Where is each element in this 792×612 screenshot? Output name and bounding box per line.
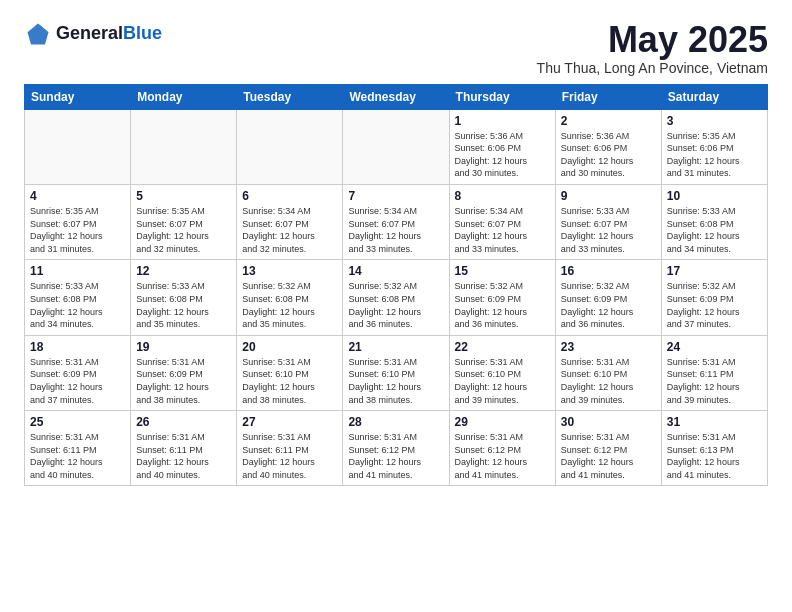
day-info: Sunrise: 5:33 AM Sunset: 6:08 PM Dayligh… [667,205,762,255]
day-info: Sunrise: 5:31 AM Sunset: 6:11 PM Dayligh… [30,431,125,481]
calendar-table: Sunday Monday Tuesday Wednesday Thursday… [24,84,768,487]
table-row: 31Sunrise: 5:31 AM Sunset: 6:13 PM Dayli… [661,411,767,486]
table-row: 28Sunrise: 5:31 AM Sunset: 6:12 PM Dayli… [343,411,449,486]
table-row: 20Sunrise: 5:31 AM Sunset: 6:10 PM Dayli… [237,335,343,410]
day-info: Sunrise: 5:31 AM Sunset: 6:12 PM Dayligh… [348,431,443,481]
day-info: Sunrise: 5:35 AM Sunset: 6:06 PM Dayligh… [667,130,762,180]
day-info: Sunrise: 5:36 AM Sunset: 6:06 PM Dayligh… [561,130,656,180]
table-row: 10Sunrise: 5:33 AM Sunset: 6:08 PM Dayli… [661,184,767,259]
day-info: Sunrise: 5:31 AM Sunset: 6:10 PM Dayligh… [348,356,443,406]
col-sunday: Sunday [25,84,131,109]
calendar-header-row: Sunday Monday Tuesday Wednesday Thursday… [25,84,768,109]
table-row: 23Sunrise: 5:31 AM Sunset: 6:10 PM Dayli… [555,335,661,410]
table-row: 19Sunrise: 5:31 AM Sunset: 6:09 PM Dayli… [131,335,237,410]
day-info: Sunrise: 5:32 AM Sunset: 6:08 PM Dayligh… [242,280,337,330]
logo: General Blue [24,20,162,48]
day-info: Sunrise: 5:33 AM Sunset: 6:08 PM Dayligh… [136,280,231,330]
day-number: 25 [30,415,125,429]
day-info: Sunrise: 5:31 AM Sunset: 6:13 PM Dayligh… [667,431,762,481]
calendar-week-row: 11Sunrise: 5:33 AM Sunset: 6:08 PM Dayli… [25,260,768,335]
day-number: 4 [30,189,125,203]
calendar-week-row: 18Sunrise: 5:31 AM Sunset: 6:09 PM Dayli… [25,335,768,410]
day-info: Sunrise: 5:33 AM Sunset: 6:08 PM Dayligh… [30,280,125,330]
table-row: 16Sunrise: 5:32 AM Sunset: 6:09 PM Dayli… [555,260,661,335]
day-info: Sunrise: 5:34 AM Sunset: 6:07 PM Dayligh… [455,205,550,255]
day-info: Sunrise: 5:31 AM Sunset: 6:10 PM Dayligh… [561,356,656,406]
day-number: 13 [242,264,337,278]
table-row [25,109,131,184]
day-number: 28 [348,415,443,429]
day-number: 1 [455,114,550,128]
table-row [343,109,449,184]
table-row: 26Sunrise: 5:31 AM Sunset: 6:11 PM Dayli… [131,411,237,486]
calendar-week-row: 1Sunrise: 5:36 AM Sunset: 6:06 PM Daylig… [25,109,768,184]
logo-text: General Blue [56,24,162,44]
day-info: Sunrise: 5:35 AM Sunset: 6:07 PM Dayligh… [136,205,231,255]
day-number: 31 [667,415,762,429]
day-number: 22 [455,340,550,354]
day-info: Sunrise: 5:35 AM Sunset: 6:07 PM Dayligh… [30,205,125,255]
day-number: 26 [136,415,231,429]
day-info: Sunrise: 5:31 AM Sunset: 6:09 PM Dayligh… [30,356,125,406]
day-number: 5 [136,189,231,203]
day-number: 27 [242,415,337,429]
day-number: 10 [667,189,762,203]
header: General Blue May 2025 Thu Thua, Long An … [24,20,768,76]
day-number: 14 [348,264,443,278]
table-row: 25Sunrise: 5:31 AM Sunset: 6:11 PM Dayli… [25,411,131,486]
table-row: 7Sunrise: 5:34 AM Sunset: 6:07 PM Daylig… [343,184,449,259]
month-year: May 2025 [537,20,768,60]
day-info: Sunrise: 5:36 AM Sunset: 6:06 PM Dayligh… [455,130,550,180]
table-row [131,109,237,184]
table-row: 17Sunrise: 5:32 AM Sunset: 6:09 PM Dayli… [661,260,767,335]
day-info: Sunrise: 5:31 AM Sunset: 6:12 PM Dayligh… [561,431,656,481]
day-info: Sunrise: 5:34 AM Sunset: 6:07 PM Dayligh… [242,205,337,255]
table-row: 3Sunrise: 5:35 AM Sunset: 6:06 PM Daylig… [661,109,767,184]
logo-blue: Blue [123,24,162,44]
day-number: 23 [561,340,656,354]
table-row: 14Sunrise: 5:32 AM Sunset: 6:08 PM Dayli… [343,260,449,335]
col-thursday: Thursday [449,84,555,109]
table-row: 9Sunrise: 5:33 AM Sunset: 6:07 PM Daylig… [555,184,661,259]
col-monday: Monday [131,84,237,109]
table-row: 6Sunrise: 5:34 AM Sunset: 6:07 PM Daylig… [237,184,343,259]
day-number: 11 [30,264,125,278]
day-number: 12 [136,264,231,278]
day-info: Sunrise: 5:31 AM Sunset: 6:11 PM Dayligh… [242,431,337,481]
table-row: 13Sunrise: 5:32 AM Sunset: 6:08 PM Dayli… [237,260,343,335]
day-info: Sunrise: 5:31 AM Sunset: 6:11 PM Dayligh… [136,431,231,481]
day-info: Sunrise: 5:32 AM Sunset: 6:09 PM Dayligh… [667,280,762,330]
day-number: 29 [455,415,550,429]
page: General Blue May 2025 Thu Thua, Long An … [0,0,792,506]
day-info: Sunrise: 5:34 AM Sunset: 6:07 PM Dayligh… [348,205,443,255]
table-row: 27Sunrise: 5:31 AM Sunset: 6:11 PM Dayli… [237,411,343,486]
day-info: Sunrise: 5:31 AM Sunset: 6:11 PM Dayligh… [667,356,762,406]
day-info: Sunrise: 5:33 AM Sunset: 6:07 PM Dayligh… [561,205,656,255]
day-info: Sunrise: 5:31 AM Sunset: 6:09 PM Dayligh… [136,356,231,406]
table-row: 12Sunrise: 5:33 AM Sunset: 6:08 PM Dayli… [131,260,237,335]
table-row: 30Sunrise: 5:31 AM Sunset: 6:12 PM Dayli… [555,411,661,486]
day-number: 24 [667,340,762,354]
day-info: Sunrise: 5:32 AM Sunset: 6:09 PM Dayligh… [561,280,656,330]
day-info: Sunrise: 5:32 AM Sunset: 6:08 PM Dayligh… [348,280,443,330]
table-row [237,109,343,184]
table-row: 15Sunrise: 5:32 AM Sunset: 6:09 PM Dayli… [449,260,555,335]
table-row: 29Sunrise: 5:31 AM Sunset: 6:12 PM Dayli… [449,411,555,486]
table-row: 5Sunrise: 5:35 AM Sunset: 6:07 PM Daylig… [131,184,237,259]
day-number: 17 [667,264,762,278]
day-number: 20 [242,340,337,354]
day-info: Sunrise: 5:31 AM Sunset: 6:10 PM Dayligh… [455,356,550,406]
logo-icon [24,20,52,48]
day-number: 6 [242,189,337,203]
table-row: 1Sunrise: 5:36 AM Sunset: 6:06 PM Daylig… [449,109,555,184]
day-number: 15 [455,264,550,278]
col-wednesday: Wednesday [343,84,449,109]
col-saturday: Saturday [661,84,767,109]
table-row: 2Sunrise: 5:36 AM Sunset: 6:06 PM Daylig… [555,109,661,184]
table-row: 24Sunrise: 5:31 AM Sunset: 6:11 PM Dayli… [661,335,767,410]
col-tuesday: Tuesday [237,84,343,109]
calendar-week-row: 25Sunrise: 5:31 AM Sunset: 6:11 PM Dayli… [25,411,768,486]
table-row: 4Sunrise: 5:35 AM Sunset: 6:07 PM Daylig… [25,184,131,259]
day-info: Sunrise: 5:31 AM Sunset: 6:12 PM Dayligh… [455,431,550,481]
table-row: 18Sunrise: 5:31 AM Sunset: 6:09 PM Dayli… [25,335,131,410]
